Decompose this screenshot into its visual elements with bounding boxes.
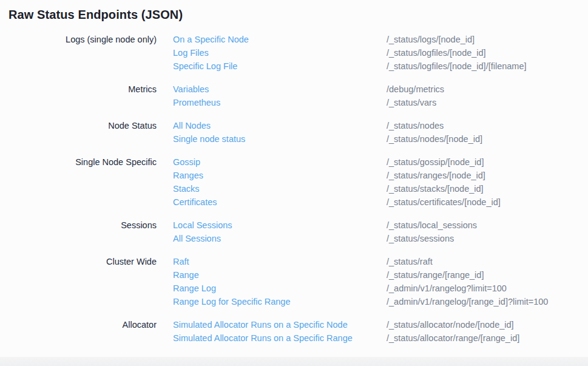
endpoint-group: Node StatusAll NodesSingle node status/_…: [0, 119, 588, 146]
raw-status-endpoints-page: Raw Status Endpoints (JSON) Logs (single…: [0, 0, 588, 366]
endpoint-group: Cluster WideRaftRangeRange LogRange Log …: [0, 255, 588, 308]
endpoint-path: /_status/ranges/[node_id]: [387, 169, 588, 182]
links-column: Simulated Allocator Runs on a Specific N…: [157, 318, 387, 345]
links-column: RaftRangeRange LogRange Log for Specific…: [157, 255, 387, 308]
endpoint-link[interactable]: Range Log for Specific Range: [173, 295, 387, 308]
endpoint-link[interactable]: All Sessions: [173, 232, 387, 245]
links-column: GossipRangesStacksCertificates: [157, 155, 387, 209]
endpoint-path: /_status/local_sessions: [387, 219, 588, 232]
endpoint-path: /_admin/v1/rangelog/[range_id]?limit=100: [387, 295, 588, 308]
links-column: Local SessionsAll Sessions: [157, 219, 387, 245]
page-title: Raw Status Endpoints (JSON): [8, 8, 183, 22]
paths-column: /_status/logs/[node_id]/_status/logfiles…: [387, 33, 588, 73]
endpoint-path: /debug/metrics: [387, 83, 588, 96]
endpoint-group: Single Node SpecificGossipRangesStacksCe…: [0, 155, 588, 209]
endpoint-path: /_status/sessions: [387, 232, 588, 245]
endpoint-group: SessionsLocal SessionsAll Sessions/_stat…: [0, 219, 588, 245]
category-label: Node Status: [0, 119, 157, 146]
endpoint-path: /_status/allocator/range/[range_id]: [387, 331, 588, 345]
links-column: All NodesSingle node status: [157, 119, 387, 146]
paths-column: /_status/raft/_status/range/[range_id]/_…: [387, 255, 588, 308]
endpoint-path: /_status/raft: [387, 255, 588, 268]
category-label: Logs (single node only): [0, 33, 157, 73]
endpoint-link[interactable]: Ranges: [173, 169, 387, 182]
paths-column: /debug/metrics/_status/vars: [387, 83, 588, 109]
endpoint-path: /_status/vars: [387, 96, 588, 109]
endpoint-link[interactable]: All Nodes: [173, 119, 387, 132]
endpoint-link[interactable]: Range: [173, 268, 387, 282]
paths-column: /_status/local_sessions/_status/sessions: [387, 219, 588, 245]
endpoint-link[interactable]: Certificates: [173, 195, 387, 209]
category-label: Cluster Wide: [0, 255, 157, 308]
endpoint-path: /_status/nodes/[node_id]: [387, 132, 588, 146]
endpoint-path: /_status/logfiles/[node_id]/[filename]: [387, 59, 588, 73]
endpoint-link[interactable]: Prometheus: [173, 96, 387, 109]
category-label: Allocator: [0, 318, 157, 345]
endpoint-link[interactable]: On a Specific Node: [173, 33, 387, 46]
endpoint-link[interactable]: Simulated Allocator Runs on a Specific N…: [173, 318, 387, 331]
endpoint-path: /_status/range/[range_id]: [387, 268, 588, 282]
endpoint-path: /_status/logs/[node_id]: [387, 33, 588, 46]
endpoint-group: AllocatorSimulated Allocator Runs on a S…: [0, 318, 588, 345]
endpoint-link[interactable]: Gossip: [173, 155, 387, 169]
paths-column: /_status/allocator/node/[node_id]/_statu…: [387, 318, 588, 345]
endpoint-path: /_status/gossip/[node_id]: [387, 155, 588, 169]
endpoint-link[interactable]: Single node status: [173, 132, 387, 146]
endpoint-path: /_status/allocator/node/[node_id]: [387, 318, 588, 331]
endpoint-link[interactable]: Local Sessions: [173, 219, 387, 232]
endpoint-link[interactable]: Specific Log File: [173, 59, 387, 73]
endpoint-path: /_admin/v1/rangelog?limit=100: [387, 282, 588, 295]
category-label: Single Node Specific: [0, 155, 157, 209]
endpoint-path: /_status/certificates/[node_id]: [387, 195, 588, 209]
paths-column: /_status/nodes/_status/nodes/[node_id]: [387, 119, 588, 146]
endpoint-path: /_status/stacks/[node_id]: [387, 182, 588, 195]
footer-strip: [0, 357, 588, 366]
endpoint-link[interactable]: Simulated Allocator Runs on a Specific R…: [173, 331, 387, 345]
category-label: Sessions: [0, 219, 157, 245]
endpoint-link[interactable]: Variables: [173, 83, 387, 96]
endpoints-table: Logs (single node only)On a Specific Nod…: [0, 33, 588, 354]
endpoint-path: /_status/logfiles/[node_id]: [387, 46, 588, 59]
endpoint-group: Logs (single node only)On a Specific Nod…: [0, 33, 588, 73]
endpoint-link[interactable]: Range Log: [173, 282, 387, 295]
endpoint-link[interactable]: Stacks: [173, 182, 387, 195]
endpoint-link[interactable]: Log Files: [173, 46, 387, 59]
links-column: On a Specific NodeLog FilesSpecific Log …: [157, 33, 387, 73]
endpoint-link[interactable]: Raft: [173, 255, 387, 268]
links-column: VariablesPrometheus: [157, 83, 387, 109]
category-label: Metrics: [0, 83, 157, 109]
endpoint-path: /_status/nodes: [387, 119, 588, 132]
paths-column: /_status/gossip/[node_id]/_status/ranges…: [387, 155, 588, 209]
endpoint-group: MetricsVariablesPrometheus/debug/metrics…: [0, 83, 588, 109]
